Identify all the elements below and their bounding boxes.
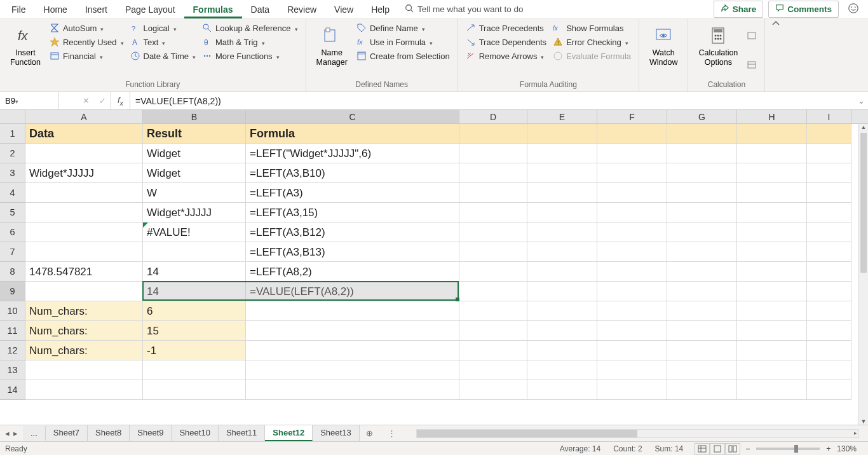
cell[interactable]	[459, 360, 527, 380]
cell[interactable]	[737, 282, 807, 301]
row-header[interactable]: 6	[0, 223, 25, 242]
trace-precedents-button[interactable]: Trace Precedents	[463, 22, 549, 34]
cell[interactable]	[459, 242, 527, 262]
sheet-tab[interactable]: Sheet10	[172, 425, 218, 441]
cell[interactable]	[667, 321, 737, 341]
cell[interactable]	[459, 183, 527, 203]
add-sheet-button[interactable]: ⊕	[360, 428, 379, 438]
row-header[interactable]: 13	[0, 360, 25, 380]
cell[interactable]: 1478.547821	[25, 262, 143, 282]
cell[interactable]	[459, 282, 527, 301]
create-from-selection-button[interactable]: Create from Selection	[354, 50, 452, 62]
feedback-smiley-icon[interactable]	[848, 3, 859, 16]
cell[interactable]	[667, 341, 737, 360]
cell[interactable]	[807, 124, 851, 144]
show-formulas-button[interactable]: fxShow Formulas	[550, 22, 634, 34]
cell[interactable]: #VALUE!	[143, 223, 246, 242]
comments-button[interactable]: Comments	[768, 1, 839, 18]
cell[interactable]: Widget*JJJJJ	[143, 203, 246, 223]
cell[interactable]	[597, 321, 667, 341]
cell[interactable]	[667, 262, 737, 282]
cell[interactable]: =LEFT(A3,B13)	[246, 242, 459, 262]
column-header[interactable]: I	[807, 110, 851, 123]
calc-now-button[interactable]	[744, 29, 759, 42]
cell[interactable]	[527, 360, 597, 380]
column-header[interactable]: B	[143, 110, 246, 123]
menu-tab-page-layout[interactable]: Page Layout	[116, 1, 184, 18]
cell[interactable]	[527, 203, 597, 223]
cell[interactable]: =LEFT("Widget*JJJJJ",6)	[246, 144, 459, 163]
column-header[interactable]: A	[25, 110, 143, 123]
cell[interactable]	[807, 301, 851, 321]
cell[interactable]	[667, 124, 737, 144]
zoom-level[interactable]: 130%	[837, 444, 857, 453]
cell[interactable]	[459, 380, 527, 400]
cell[interactable]	[527, 282, 597, 301]
name-manager-button[interactable]: Name Manager	[311, 22, 353, 79]
cell[interactable]: Formula	[246, 124, 459, 144]
cell[interactable]	[807, 282, 851, 301]
menu-tab-insert[interactable]: Insert	[76, 1, 116, 18]
cell[interactable]: 15	[143, 321, 246, 341]
sheet-tab[interactable]: Sheet11	[219, 425, 265, 441]
recently-used-button[interactable]: Recently Used	[47, 36, 126, 48]
trace-dependents-button[interactable]: Trace Dependents	[463, 36, 549, 48]
cell[interactable]	[597, 262, 667, 282]
cell[interactable]	[25, 144, 143, 163]
cell[interactable]	[25, 360, 143, 380]
sheet-tab[interactable]: Sheet12	[265, 425, 313, 441]
zoom-out-button[interactable]: −	[745, 444, 750, 453]
zoom-slider[interactable]	[756, 448, 820, 450]
cell[interactable]	[737, 203, 807, 223]
cell[interactable]	[527, 321, 597, 341]
cell[interactable]	[807, 163, 851, 183]
row-header[interactable]: 11	[0, 321, 25, 341]
cell[interactable]: Data	[25, 124, 143, 144]
cell[interactable]	[807, 360, 851, 380]
cell[interactable]: =VALUE(LEFT(A8,2))	[246, 282, 459, 301]
cell[interactable]: 14	[143, 262, 246, 282]
menu-tab-view[interactable]: View	[325, 1, 362, 18]
menu-tab-home[interactable]: Home	[35, 1, 76, 18]
cell[interactable]	[807, 262, 851, 282]
name-box[interactable]: B9	[0, 92, 58, 109]
cell[interactable]	[527, 163, 597, 183]
cell[interactable]	[527, 242, 597, 262]
cell[interactable]	[25, 183, 143, 203]
cell[interactable]	[597, 183, 667, 203]
autosum-button[interactable]: AutoSum	[47, 22, 126, 34]
select-all-corner[interactable]	[0, 110, 25, 123]
zoom-in-button[interactable]: +	[826, 444, 831, 453]
menu-tab-help[interactable]: Help	[362, 1, 398, 18]
cell[interactable]	[527, 341, 597, 360]
remove-arrows-button[interactable]: Remove Arrows	[463, 50, 549, 62]
row-header[interactable]: 10	[0, 301, 25, 321]
row-header[interactable]: 1	[0, 124, 25, 144]
cell[interactable]: Num_chars:	[25, 341, 143, 360]
page-layout-view-icon[interactable]	[710, 443, 725, 455]
insert-function-button[interactable]: fx Insert Function	[5, 22, 46, 79]
column-header[interactable]: C	[246, 110, 459, 123]
date-time-button[interactable]: Date & Time	[128, 50, 199, 62]
cell[interactable]	[527, 301, 597, 321]
cell[interactable]: =LEFT(A3,B10)	[246, 163, 459, 183]
cell[interactable]	[737, 301, 807, 321]
cell[interactable]	[25, 203, 143, 223]
sheet-tab[interactable]: Sheet9	[130, 425, 172, 441]
math-trig-button[interactable]: θMath & Trig	[200, 36, 301, 48]
cell[interactable]	[25, 223, 143, 242]
sheet-tab[interactable]: Sheet13	[313, 425, 359, 441]
cell[interactable]	[667, 301, 737, 321]
row-header[interactable]: 14	[0, 380, 25, 400]
row-header[interactable]: 12	[0, 341, 25, 360]
cell[interactable]	[597, 144, 667, 163]
cell[interactable]	[459, 223, 527, 242]
cell[interactable]: Num_chars:	[25, 321, 143, 341]
cell[interactable]	[527, 262, 597, 282]
cell[interactable]: W	[143, 183, 246, 203]
cell[interactable]	[737, 183, 807, 203]
cell[interactable]: -1	[143, 341, 246, 360]
cell[interactable]	[459, 321, 527, 341]
column-header[interactable]: E	[527, 110, 597, 123]
cell[interactable]	[667, 203, 737, 223]
